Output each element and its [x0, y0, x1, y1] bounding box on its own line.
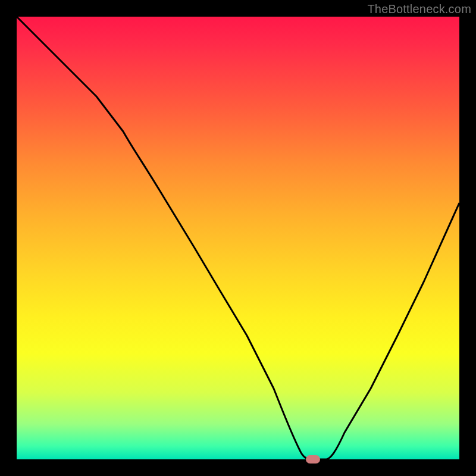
curve-svg: [17, 17, 459, 459]
watermark-text: TheBottleneck.com: [367, 2, 471, 16]
chart-frame: TheBottleneck.com: [0, 0, 476, 476]
bottleneck-curve-path: [17, 17, 459, 459]
optimum-marker: [306, 455, 320, 464]
plot-area: [17, 17, 459, 459]
